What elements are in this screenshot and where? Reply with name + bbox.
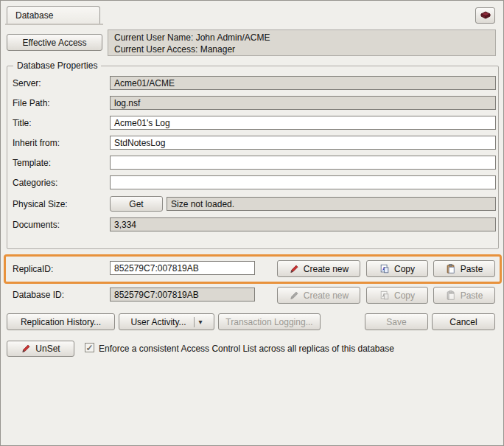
documents-field	[110, 217, 496, 231]
database-id-label: Database ID:	[13, 290, 64, 300]
effective-access-button[interactable]: Effective Access	[7, 34, 102, 51]
replica-copy-button[interactable]: A Copy	[366, 260, 428, 277]
replica-id-label: ReplicaID:	[13, 264, 53, 274]
acl-checkbox-label: Enforce a consistent Access Control List…	[99, 344, 394, 354]
user-activity-label: User Activity...	[130, 317, 186, 327]
current-user-info: Current User Name: John Admin/ACME Curre…	[108, 29, 496, 56]
tab-database-label: Database	[15, 10, 53, 21]
replication-history-button[interactable]: Replication History...	[7, 313, 115, 330]
replica-id-field[interactable]	[110, 261, 255, 275]
user-activity-button[interactable]: User Activity... ▾	[119, 313, 214, 330]
unset-button[interactable]: UnSet	[7, 341, 74, 357]
acl-checkbox[interactable]: ✓	[85, 343, 94, 352]
database-id-field	[110, 288, 255, 302]
pen-icon	[289, 264, 299, 274]
tab-database[interactable]: Database	[7, 6, 100, 24]
pen-icon	[21, 344, 31, 354]
properties-icon	[480, 10, 491, 21]
check-icon: ✓	[85, 344, 93, 352]
template-label: Template:	[13, 158, 51, 168]
tab-underline	[5, 24, 103, 25]
replica-paste-label: Paste	[461, 264, 483, 274]
transaction-logging-button[interactable]: Transaction Logging...	[218, 313, 321, 330]
current-user-access: Current User Access: Manager	[114, 43, 489, 55]
server-field	[110, 76, 496, 90]
title-label: Title:	[13, 118, 32, 128]
pen-icon	[289, 290, 299, 301]
save-button[interactable]: Save	[365, 313, 428, 330]
inherit-from-label: Inherit from:	[13, 138, 60, 148]
get-button[interactable]: Get	[110, 196, 163, 212]
inherit-from-field[interactable]	[110, 136, 496, 150]
template-field[interactable]	[110, 156, 496, 170]
properties-icon-button[interactable]	[475, 7, 495, 24]
physical-size-label: Physical Size:	[13, 199, 68, 209]
unset-label: UnSet	[35, 344, 60, 354]
database-create-new-button[interactable]: Create new	[277, 287, 360, 304]
replica-paste-button[interactable]: Paste	[433, 260, 495, 277]
database-paste-label: Paste	[461, 290, 483, 301]
chevron-down-icon: ▾	[199, 318, 203, 326]
replica-create-new-button[interactable]: Create new	[277, 260, 360, 277]
copy-icon: A	[379, 264, 390, 274]
paste-icon	[446, 290, 456, 301]
server-label: Server:	[13, 78, 41, 88]
dropdown-divider	[194, 317, 195, 327]
group-title: Database Properties	[13, 60, 101, 71]
current-user-name: Current User Name: John Admin/ACME	[114, 32, 489, 43]
file-path-field	[110, 96, 496, 110]
database-properties-window: Database Effective Access Current User N…	[0, 0, 504, 446]
physical-size-field	[167, 197, 496, 211]
categories-field[interactable]	[110, 175, 496, 189]
replica-copy-label: Copy	[394, 264, 415, 274]
paste-icon	[446, 264, 456, 274]
cancel-button[interactable]: Cancel	[432, 313, 495, 330]
database-paste-button[interactable]: Paste	[433, 287, 495, 304]
file-path-label: File Path:	[13, 98, 50, 108]
categories-label: Categories:	[13, 178, 57, 188]
documents-label: Documents:	[13, 220, 60, 230]
database-copy-label: Copy	[394, 290, 415, 301]
copy-icon: A	[379, 290, 390, 301]
database-create-new-label: Create new	[304, 290, 349, 301]
replica-create-new-label: Create new	[304, 264, 349, 274]
database-copy-button[interactable]: A Copy	[366, 287, 428, 304]
title-field[interactable]	[110, 116, 496, 130]
